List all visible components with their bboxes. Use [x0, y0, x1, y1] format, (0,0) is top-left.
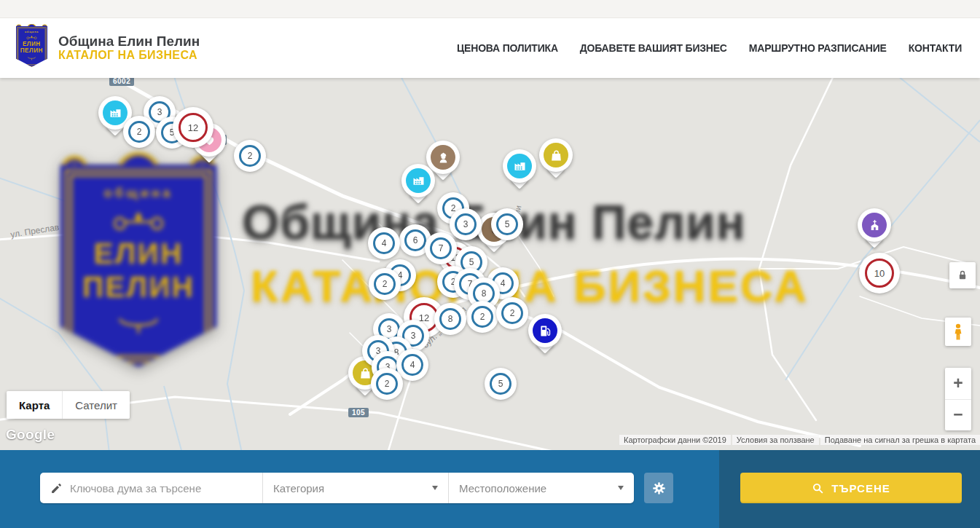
church-icon — [867, 218, 882, 233]
zoom-control: + − — [945, 368, 971, 430]
nav-item-add-business[interactable]: ДОБАВЕТЕ ВАШИЯТ БИЗНЕС — [580, 42, 727, 54]
municipality-emblem: община ЕЛИН ПЕ — [16, 26, 50, 70]
lock-icon — [956, 269, 969, 282]
factory-icon — [108, 106, 123, 121]
category-select-label: Категория — [273, 482, 324, 494]
gear-icon — [651, 481, 667, 496]
map-canvas[interactable]: 6002 105 ул. Преслав бул. „Новосел ции о… — [0, 78, 980, 450]
site-title: Община Елин Пелин — [58, 34, 200, 50]
attribution-terms-link[interactable]: Условия за ползване — [732, 435, 819, 445]
emblem-flourish-icon — [26, 55, 36, 61]
satellite-view-button[interactable]: Сателит — [62, 391, 130, 419]
street-view-pegman-button[interactable] — [945, 318, 971, 346]
top-strip — [0, 0, 980, 18]
site-subtitle: КАТАЛОГ НА БИЗНЕСА — [58, 49, 200, 62]
search-input-group: Категория Местоположение — [40, 473, 634, 503]
site-header: община ЕЛИН ПЕ — [0, 0, 980, 78]
map-attribution: Картографски данни ©2019 Условия за полз… — [619, 435, 980, 445]
factory-icon — [411, 173, 426, 189]
emblem-top-text: община — [25, 30, 39, 33]
nav-item-contacts[interactable]: КОНТАКТИ — [909, 42, 962, 54]
markers-layer: 325122235641375422748221283383342510 — [0, 78, 980, 450]
attribution-report-error-link[interactable]: Подаване на сигнал за грешка в картата — [820, 435, 980, 445]
chevron-down-icon — [618, 486, 624, 490]
fuel-pump-icon — [538, 323, 553, 339]
google-logo[interactable]: Google — [6, 427, 55, 443]
search-bar: Категория Местоположение — [0, 450, 980, 528]
page: община ЕЛИН ПЕ — [0, 0, 980, 528]
map-type-control: Карта Сателит — [7, 391, 130, 419]
emblem-name-line1: ЕЛИН — [23, 40, 41, 47]
chevron-down-icon — [432, 486, 438, 490]
factory-icon — [512, 159, 528, 174]
search-button-label: ТЪРСЕНЕ — [831, 482, 890, 494]
emblem-flourish-icon — [26, 34, 37, 39]
keyword-section — [40, 473, 262, 503]
main-nav: ЦЕНОВА ПОЛИТИКА ДОБАВЕТЕ ВАШИЯТ БИЗНЕС М… — [457, 42, 962, 54]
zoom-out-button[interactable]: − — [945, 400, 971, 431]
attribution-copyright: Картографски данни ©2019 — [619, 435, 731, 445]
shopping-bag-icon — [358, 366, 373, 381]
zoom-in-button[interactable]: + — [945, 368, 971, 400]
advanced-settings-button[interactable] — [644, 473, 673, 503]
pegman-icon — [950, 323, 966, 342]
emblem-name-line2: ПЕЛИН — [20, 47, 43, 54]
category-select[interactable]: Категория — [262, 473, 448, 503]
keyword-search-input[interactable] — [70, 482, 254, 494]
brand-logo[interactable]: община ЕЛИН ПЕ — [16, 26, 200, 70]
pencil-icon — [50, 482, 63, 494]
map-view-button[interactable]: Карта — [7, 391, 62, 419]
nav-item-schedule[interactable]: МАРШРУТНО РАЗПИСАНИЕ — [749, 42, 887, 54]
lock-control-button[interactable] — [949, 262, 976, 288]
location-select[interactable]: Местоположение — [448, 473, 634, 503]
worker-icon — [436, 150, 451, 165]
nav-item-pricing[interactable]: ЦЕНОВА ПОЛИТИКА — [457, 42, 558, 54]
search-icon — [812, 482, 824, 494]
search-button[interactable]: ТЪРСЕНЕ — [740, 473, 962, 503]
shopping-bag-icon — [549, 148, 564, 163]
location-select-label: Местоположение — [459, 482, 546, 494]
